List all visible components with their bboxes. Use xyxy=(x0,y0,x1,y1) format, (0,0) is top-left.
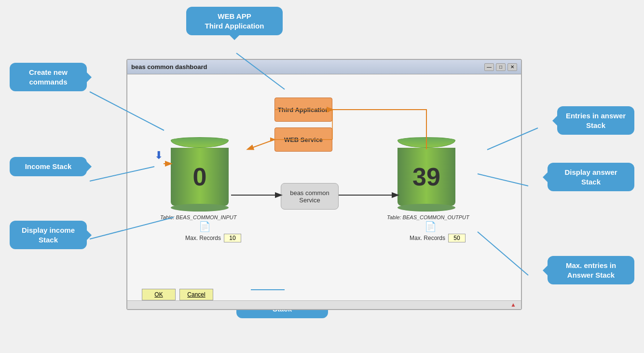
max-records-left-row: Max. Records xyxy=(185,234,241,242)
cylinder-top-right xyxy=(397,137,455,148)
window-title: beas common dashboard xyxy=(131,63,207,71)
service-box: beas common Service xyxy=(281,183,339,210)
db-left-number: 0 xyxy=(193,162,207,191)
callout-entries-text: Entries in answer Stack xyxy=(566,112,626,129)
callout-create-new-commands: Create new commands xyxy=(10,63,87,91)
warning-icon: ▲ xyxy=(510,301,516,308)
download-icon: ⬇ xyxy=(154,149,163,162)
cancel-label: Cancel xyxy=(187,291,205,298)
callout-max-entries-answer: Max. entries in Answer Stack xyxy=(548,256,634,284)
ok-button[interactable]: OK xyxy=(142,289,176,300)
db-left: 0 xyxy=(171,137,229,212)
callout-display-income-stack: Display income Stack xyxy=(10,221,87,249)
table-label-left: Table: BEAS_COMMON_INPUT xyxy=(160,214,237,220)
web-service-box: WEB Service xyxy=(274,127,332,152)
window-controls: — □ ✕ xyxy=(484,63,517,71)
button-row: OK Cancel xyxy=(142,289,213,300)
callout-income-text: Income Stack xyxy=(25,162,72,170)
main-window: beas common dashboard — □ ✕ Third Applic… xyxy=(126,59,522,310)
callout-webapp-third: WEB APPThird Application xyxy=(186,7,283,35)
table-label-right: Table: BEAS_COMMON_OUTPUT xyxy=(387,214,469,220)
callout-display-income-text: Display income Stack xyxy=(22,226,75,244)
minimize-button[interactable]: — xyxy=(484,63,494,71)
callout-create-text: Create new commands xyxy=(29,68,68,86)
callout-max-entries-text: Max. entries in Answer Stack xyxy=(566,261,616,279)
db-right: 39 xyxy=(397,137,455,212)
max-records-right-label: Max. Records xyxy=(410,235,445,241)
cylinder-body-left: 0 xyxy=(171,148,229,206)
cylinder-body-right: 39 xyxy=(397,148,455,206)
db-right-number: 39 xyxy=(412,162,440,191)
title-bar: beas common dashboard — □ ✕ xyxy=(127,60,521,74)
cylinder-bottom-left xyxy=(171,204,229,212)
cylinder-bottom-right xyxy=(397,204,455,212)
callout-display-answer-stack: Display answer Stack xyxy=(548,163,634,191)
close-button[interactable]: ✕ xyxy=(507,63,517,71)
max-records-right-row: Max. Records xyxy=(410,234,466,242)
web-service-label: WEB Service xyxy=(284,136,323,143)
third-application-box: Third Application xyxy=(274,98,332,122)
cylinder-top-left xyxy=(171,137,229,148)
max-records-left-label: Max. Records xyxy=(185,235,221,241)
callout-entries-answer: Entries in answer Stack xyxy=(557,106,634,135)
diagram: Third Application WEB Service ⬇ 0 39 xyxy=(127,74,521,309)
doc-icon-left[interactable]: 📄 xyxy=(199,221,211,232)
ok-label: OK xyxy=(154,291,163,298)
max-records-right-input[interactable] xyxy=(448,234,466,242)
maximize-button[interactable]: □ xyxy=(496,63,506,71)
callout-webapp-text: WEB APPThird Application xyxy=(205,12,264,30)
cancel-button[interactable]: Cancel xyxy=(179,289,213,300)
max-records-left-input[interactable] xyxy=(224,234,241,242)
window-content: Third Application WEB Service ⬇ 0 39 xyxy=(127,74,521,309)
third-app-label: Third Application xyxy=(278,106,329,113)
service-box-label: beas common Service xyxy=(281,189,338,204)
callout-display-answer-text: Display answer Stack xyxy=(564,168,617,186)
callout-income-stack: Income Stack xyxy=(10,157,87,176)
doc-icon-right[interactable]: 📄 xyxy=(425,221,437,232)
status-bar: ▲ xyxy=(127,300,521,309)
